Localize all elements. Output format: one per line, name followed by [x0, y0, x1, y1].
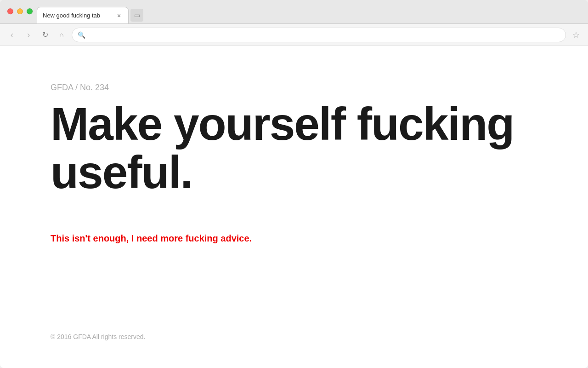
- maximize-button[interactable]: [27, 8, 33, 14]
- address-input[interactable]: [88, 31, 560, 39]
- new-tab-button[interactable]: ▭: [130, 9, 143, 22]
- title-bar: New good fucking tab × ▭: [0, 0, 588, 24]
- tab-title: New good fucking tab: [43, 12, 112, 19]
- tab-close-button[interactable]: ×: [115, 12, 123, 19]
- address-input-wrap[interactable]: 🔍: [72, 28, 566, 42]
- page-content: GFDA / No. 234 Make yourself fucking use…: [0, 46, 588, 368]
- footer-text: © 2016 GFDA All rights reserved.: [51, 333, 537, 340]
- back-icon: ‹: [11, 29, 14, 40]
- home-icon: ⌂: [59, 31, 63, 39]
- close-button[interactable]: [7, 8, 13, 14]
- browser-window: New good fucking tab × ▭ ‹ › ↻ ⌂ 🔍 ☆: [0, 0, 588, 368]
- refresh-button[interactable]: ↻: [39, 29, 51, 41]
- home-button[interactable]: ⌂: [55, 29, 68, 41]
- minimize-button[interactable]: [17, 8, 23, 14]
- forward-icon: ›: [27, 29, 30, 40]
- advice-link[interactable]: This isn't enough, I need more fucking a…: [51, 233, 537, 244]
- traffic-lights: [7, 8, 33, 14]
- new-tab-icon: ▭: [134, 12, 140, 19]
- page-headline: Make yourself fucking useful.: [51, 100, 537, 196]
- address-bar: ‹ › ↻ ⌂ 🔍 ☆: [0, 24, 588, 46]
- forward-button[interactable]: ›: [22, 29, 35, 41]
- refresh-icon: ↻: [42, 30, 48, 39]
- page-label: GFDA / No. 234: [51, 83, 537, 92]
- tabs-area: New good fucking tab × ▭: [37, 0, 143, 23]
- search-icon: 🔍: [78, 31, 85, 39]
- active-tab[interactable]: New good fucking tab ×: [37, 7, 129, 23]
- bookmark-button[interactable]: ☆: [570, 29, 582, 41]
- back-button[interactable]: ‹: [6, 29, 18, 41]
- bookmark-icon: ☆: [572, 30, 580, 40]
